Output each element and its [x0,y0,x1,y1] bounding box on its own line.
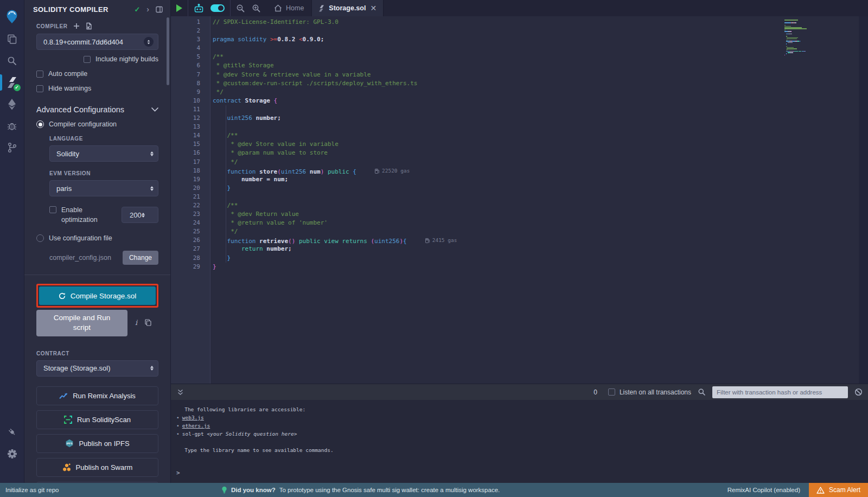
remix-logo-icon[interactable] [0,4,24,28]
advanced-configurations-header[interactable]: Advanced Configurations [36,105,158,114]
compile-and-run-button[interactable]: Compile and Run script [36,310,127,336]
compile-button[interactable]: Compile Storage.sol [39,286,156,305]
run-remix-analysis-label: Run Remix Analysis [73,392,136,400]
use-config-file-radio[interactable] [36,234,44,242]
deploy-run-icon[interactable] [0,93,24,115]
terminal[interactable]: The following libraries are accessible:•… [171,400,868,483]
run-remix-analysis-button[interactable]: Run Remix Analysis [36,386,158,405]
advanced-configurations-title: Advanced Configurations [36,105,151,114]
remix-ide-window: ✓ SOLIDITY COMPILER [0,0,868,497]
contract-select[interactable]: Storage (Storage.sol) [36,360,158,377]
scan-icon [64,416,72,424]
language-select[interactable]: Solidity [49,145,158,162]
copilot-toggle[interactable] [210,4,225,12]
use-config-file-label: Use configuration file [49,234,112,242]
panel-scrollbar[interactable] [167,17,169,85]
evm-version-value: paris [56,184,150,193]
listen-transactions-label: Listen on all transactions [620,388,691,396]
optimization-runs-value: 200 [130,211,142,219]
info-icon[interactable]: i [135,318,137,327]
contract-label: CONTRACT [36,351,158,356]
run-script-play-button[interactable] [176,4,182,12]
annotation-highlight-box: Compile Storage.sol [36,284,158,308]
solidity-file-icon [318,5,324,12]
listen-transactions-checkbox[interactable] [608,388,615,396]
collapse-terminal-icon[interactable] [177,389,183,396]
scam-alert-button[interactable]: Scam Alert [809,483,868,497]
copilot-status: RemixAI Copilot (enabled) [727,487,809,493]
code-lines: // SPDX-License-Identifier: GPL-3.0pragm… [210,16,868,384]
compilation-details-button[interactable]: Compilation Details [36,482,158,483]
compiler-label: COMPILER [36,23,68,29]
compile-button-label: Compile Storage.sol [71,292,137,300]
terminal-prompt[interactable]: > [176,469,180,476]
git-icon[interactable] [0,137,24,158]
compiler-version-value: 0.8.19+commit.7dd6d404 [43,38,144,46]
editor-scrollbar[interactable] [859,16,868,384]
add-compiler-icon[interactable] [73,23,80,29]
solidity-compiler-panel: SOLIDITY COMPILER ✓ › COMPILER 0.8.19+co… [24,0,171,483]
compiler-configuration-radio[interactable] [36,120,44,128]
publish-on-ipfs-button[interactable]: IPFS Publish on IPFS [36,434,158,453]
copy-icon[interactable] [145,319,151,326]
nightly-builds-checkbox[interactable] [84,56,91,63]
minimap[interactable] [784,20,844,56]
ipfs-icon: IPFS [65,439,74,448]
enable-optimization-checkbox[interactable] [49,206,56,213]
pin-panel-icon[interactable] [156,6,163,13]
svg-text:IPFS: IPFS [67,442,73,445]
search-icon[interactable] [0,50,24,72]
select-arrows-icon [144,37,154,47]
home-tab[interactable]: Home [266,0,311,16]
publish-on-ipfs-label: Publish on IPFS [79,439,129,448]
auto-compile-label: Auto compile [48,70,87,78]
transaction-count: 0 [593,388,597,396]
zoom-out-icon[interactable] [236,4,245,13]
import-compiler-icon[interactable] [85,22,92,30]
optimization-runs-input[interactable]: 200 [122,207,158,223]
panel-title: SOLIDITY COMPILER [33,5,134,14]
status-bar: Initialize as git repo Did you know? To … [0,483,868,497]
nightly-builds-label: Include nightly builds [95,55,158,63]
home-label: Home [286,4,304,12]
hide-warnings-checkbox[interactable] [36,85,43,92]
terminal-search-icon[interactable] [698,388,706,396]
plugin-manager-icon[interactable] [0,421,24,443]
terminal-header: 0 Listen on all transactions [171,384,868,400]
enable-optimization-label: Enable optimization [61,205,108,225]
chevron-down-icon [151,107,158,112]
chart-icon [59,392,68,399]
compiled-check-badge: ✓ [14,84,21,91]
tip-title: Did you know? [231,487,276,493]
ai-copilot-robot-icon[interactable] [194,4,204,13]
close-tab-icon[interactable]: ✕ [370,4,376,12]
tab-label: Storage.sol [329,4,366,12]
compiler-version-select[interactable]: 0.8.19+commit.7dd6d404 [36,34,158,50]
home-icon [274,4,282,12]
auto-compile-checkbox[interactable] [36,71,43,78]
compiler-configuration-label: Compiler configuration [49,120,117,128]
evm-version-select[interactable]: paris [49,180,158,196]
chevron-right-icon[interactable]: › [146,5,149,14]
run-solidityscan-button[interactable]: Run SolidityScan [36,410,158,429]
editor-topbar: Home Storage.sol ✕ [171,0,868,16]
zoom-in-icon[interactable] [252,4,261,13]
file-explorer-icon[interactable] [0,28,24,50]
code-editor[interactable]: 1234567891011121314151617181920212223242… [171,16,868,384]
transaction-filter-input[interactable] [712,386,848,398]
tab-storage-sol[interactable]: Storage.sol ✕ [311,0,384,16]
clear-console-icon[interactable] [854,388,863,396]
divider [24,275,170,275]
debugger-icon[interactable] [0,115,24,137]
swarm-icon [62,463,71,471]
lightbulb-icon [221,486,227,494]
change-config-button[interactable]: Change [123,251,158,265]
solidity-compiler-icon[interactable]: ✓ [0,72,24,93]
evm-version-label: EVM VERSION [49,170,158,176]
icon-rail: ✓ [0,0,24,483]
compile-success-icon: ✓ [134,5,140,14]
contract-value: Storage (Storage.sol) [43,364,150,372]
publish-on-swarm-button[interactable]: Publish on Swarm [36,458,158,477]
settings-gear-icon[interactable] [0,443,24,464]
git-init-status[interactable]: Initialize as git repo [0,487,59,493]
